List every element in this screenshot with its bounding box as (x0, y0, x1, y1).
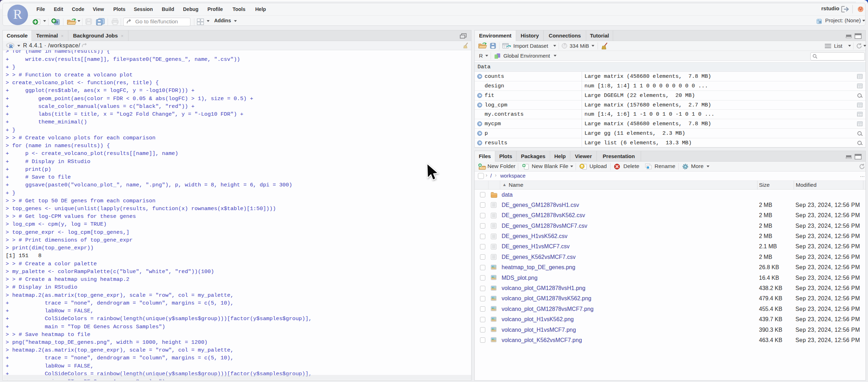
svg-text:R: R (819, 21, 821, 24)
svg-text:R: R (9, 44, 13, 49)
